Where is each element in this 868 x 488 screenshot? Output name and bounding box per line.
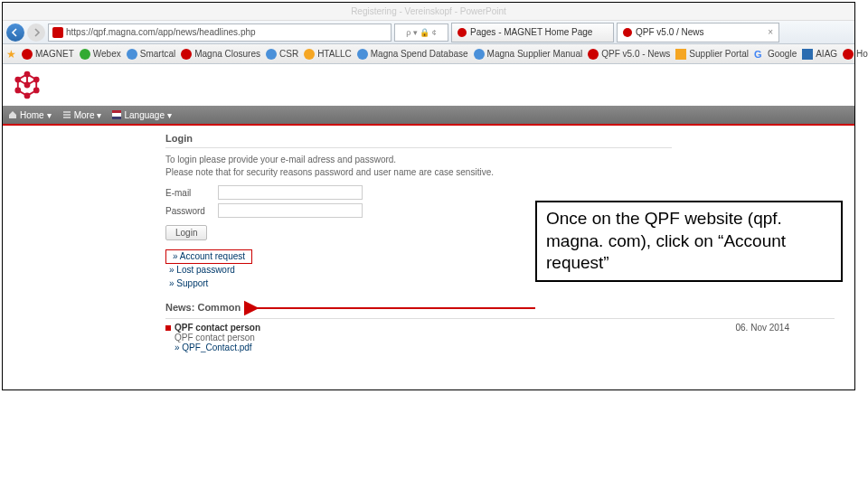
ie-icon: [266, 49, 277, 60]
login-button[interactable]: Login: [165, 225, 207, 240]
email-field[interactable]: [218, 185, 363, 200]
fav-qpf-news[interactable]: QPF v5.0 - News: [588, 49, 670, 60]
divider: [165, 318, 835, 319]
email-label: E-mail: [165, 188, 212, 198]
back-button[interactable]: [6, 23, 24, 42]
google-icon: G: [754, 49, 765, 60]
favorites-star-icon[interactable]: ★: [6, 48, 16, 61]
menu-language[interactable]: Language ▾: [112, 110, 172, 120]
password-field[interactable]: [218, 203, 363, 218]
blue-tri-icon: [802, 49, 813, 60]
ie-icon: [474, 49, 485, 60]
link-account-request[interactable]: Account request: [169, 250, 249, 262]
fav-spend-db[interactable]: Magna Spend Database: [357, 49, 468, 60]
flag-icon: [112, 110, 121, 119]
favorites-bar: ★ MAGNET Webex Smartcal Magna Closures C…: [3, 44, 854, 64]
window-titlebar: Registering - Vereinskopf - PowerPoint: [3, 3, 854, 21]
forward-button[interactable]: [27, 23, 45, 42]
fav-htallc[interactable]: HTALLC: [304, 49, 352, 60]
red-ball-icon: [843, 49, 854, 60]
ie-icon: [127, 49, 137, 60]
red-ball-icon: [588, 49, 599, 60]
red-ball-icon: [22, 49, 33, 60]
fav-webex[interactable]: Webex: [80, 49, 121, 60]
chevron-down-icon: ▾: [97, 110, 101, 120]
tab-magnet-home[interactable]: Pages - MAGNET Home Page: [451, 23, 614, 42]
bullet-icon: [165, 325, 171, 331]
address-bar[interactable]: https://qpf.magna.com/app/news/headlines…: [48, 23, 392, 42]
fav-smartcal[interactable]: Smartcal: [127, 49, 175, 60]
site-icon: [52, 27, 63, 38]
fav-google[interactable]: GGoogle: [754, 49, 797, 60]
chevron-down-icon: ▾: [47, 110, 52, 120]
tab-icon: [623, 28, 632, 37]
tab-icon: [458, 28, 467, 37]
chevron-down-icon: ▾: [167, 110, 172, 120]
news-section: News: Common QPF contact person QPF cont…: [165, 302, 798, 352]
fav-supplier-manual[interactable]: Magna Supplier Manual: [474, 49, 583, 60]
magna-logo-icon: [12, 70, 42, 100]
ie-icon: [357, 49, 368, 60]
news-item-heading: QPF contact person: [165, 323, 260, 333]
news-item-link[interactable]: QPF_Contact.pdf: [175, 343, 260, 352]
orange-ball-icon: [304, 49, 315, 60]
green-ball-icon: [80, 49, 90, 60]
link-support[interactable]: Support: [165, 277, 310, 289]
news-item-date: 06. Nov 2014: [736, 323, 799, 352]
account-request-highlight: Account request: [165, 249, 252, 264]
list-icon: [62, 110, 71, 119]
app-menu-bar: Home ▾ More ▾ Language ▾: [3, 106, 854, 124]
password-label: Password: [165, 206, 212, 216]
fav-magnet[interactable]: MAGNET: [22, 49, 74, 60]
logo-area: [3, 64, 854, 106]
browser-nav-row: https://qpf.magna.com/app/news/headlines…: [3, 21, 854, 44]
link-lost-password[interactable]: Lost password: [165, 264, 310, 276]
menu-home[interactable]: Home ▾: [8, 110, 52, 120]
tab-label: QPF v5.0 / News: [636, 27, 704, 37]
menu-more[interactable]: More ▾: [62, 110, 102, 120]
tab-qpf-news[interactable]: QPF v5.0 / News ×: [617, 23, 779, 42]
address-tools[interactable]: ρ ▾ 🔒 ¢: [394, 23, 448, 42]
fav-ho[interactable]: Ho: [843, 49, 868, 60]
orange-sq-icon: [675, 49, 686, 60]
background-app-title: Registering - Vereinskopf - PowerPoint: [351, 6, 506, 16]
login-heading: Login: [165, 133, 854, 144]
fav-csr[interactable]: CSR: [266, 49, 298, 60]
login-instructions: To login please provide your e-mail adre…: [165, 154, 854, 178]
fav-aiag[interactable]: AIAG: [802, 49, 837, 60]
url-text: https://qpf.magna.com/app/news/headlines…: [66, 27, 256, 37]
home-icon: [8, 110, 17, 119]
fav-supplier-portal[interactable]: Supplier Portal: [675, 49, 749, 60]
instruction-callout: Once on the QPF website (qpf. magna. com…: [535, 201, 843, 282]
news-heading: News: Common: [165, 302, 241, 313]
news-item-sub: QPF contact person: [175, 333, 260, 343]
divider: [165, 147, 672, 148]
fav-magna-closures[interactable]: Magna Closures: [181, 49, 260, 60]
red-ball-icon: [181, 49, 192, 60]
close-icon[interactable]: ×: [768, 27, 773, 37]
tab-label: Pages - MAGNET Home Page: [470, 27, 592, 37]
